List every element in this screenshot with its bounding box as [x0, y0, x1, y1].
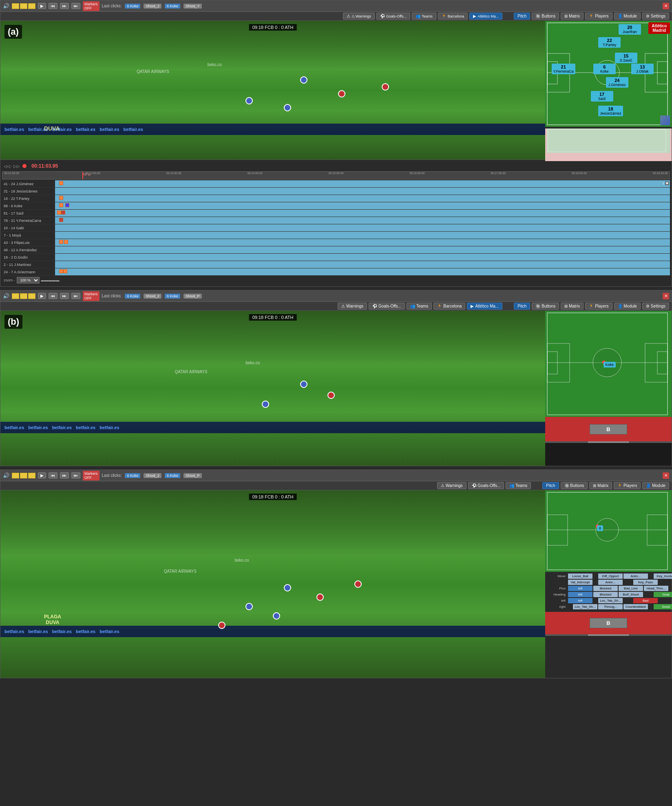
- marker-a3: [59, 196, 63, 200]
- tab-players-c[interactable]: 🏃 Players: [614, 482, 641, 489]
- tab-matrix-b[interactable]: ⊞ Matrix: [561, 303, 584, 310]
- goals-icon-a: ⚽: [380, 14, 385, 18]
- nav-goals-c[interactable]: ⚽ Goals-Offs...: [468, 482, 504, 489]
- zoom-select-a[interactable]: 100 %: [17, 277, 40, 283]
- nav-barcelona-b[interactable]: 🏃 Barcelona: [433, 303, 465, 310]
- svg-rect-7: [548, 129, 666, 152]
- nav-barcelona-a[interactable]: 🏃 Barcelona: [438, 13, 468, 20]
- player-card-oblak[interactable]: 13 J.Oblak: [631, 64, 654, 74]
- matrix-row-val: Val_Intercept Anim... Key_Pass: [547, 580, 670, 585]
- tab-settings-b[interactable]: ⚙ Settings: [642, 303, 669, 310]
- timeline-controls-a: ◁◁ · ▷▷ 00:11:03.95: [2, 162, 670, 170]
- player-card-koke[interactable]: 6 Koke: [593, 64, 616, 74]
- next-btn-b[interactable]: ⏭: [71, 293, 80, 299]
- close-btn-a[interactable]: ✕: [663, 3, 669, 9]
- prev-frame-c[interactable]: ⏭: [60, 472, 69, 478]
- close-btn-b[interactable]: ✕: [663, 293, 669, 299]
- nav-a: ⚠ ⚠ Warnings ⚽ Goals-Offs... 👥 Teams 🏃 B…: [0, 12, 672, 21]
- yellow-blocks-a: [12, 3, 35, 9]
- nav-goals-a[interactable]: ⚽ Goals-Offs...: [376, 13, 410, 20]
- b-button-c[interactable]: B: [590, 618, 627, 628]
- green-box-a: [547, 128, 670, 153]
- tab-buttons-b[interactable]: 🔘 Buttons: [532, 303, 559, 310]
- prev-btn-b[interactable]: ⏮: [49, 293, 57, 299]
- pitch-svg-c: [545, 490, 672, 572]
- prev-btn-a[interactable]: ⏮: [49, 3, 57, 9]
- click-tag-2c: Shoot_2: [144, 473, 161, 478]
- tab-pitch-c[interactable]: Pitch: [542, 482, 559, 489]
- nav-teams-a[interactable]: 👥 Teams: [412, 13, 436, 20]
- tab-module-c[interactable]: 👤 Module: [642, 482, 669, 489]
- timeline-ruler-a[interactable]: AD Ip 00:11:00.00 00:12:00.00 00:13:00.0…: [2, 171, 670, 179]
- player-dot-c3: [245, 603, 253, 610]
- next-btn-c[interactable]: ⏭: [71, 472, 80, 478]
- tab-matrix-c[interactable]: ⊞ Matrix: [589, 482, 612, 489]
- tab-pitch-b[interactable]: Pitch: [514, 303, 530, 310]
- marker-a4a: [59, 203, 63, 207]
- track-row-jesusgames: 31 - 18 JesúsGámes: [2, 188, 670, 195]
- player-card-ferreira[interactable]: 21 Y.FerreiraCa: [552, 64, 575, 74]
- red-area-b: B: [545, 417, 672, 441]
- close-btn-c[interactable]: ✕: [663, 472, 669, 479]
- matrix-row-plus: Plus left Blocked Bad_Line Head_Thro... …: [547, 586, 670, 591]
- yellow-block-b3: [28, 293, 35, 299]
- nav-warnings-a[interactable]: ⚠ ⚠ Warnings: [343, 13, 375, 20]
- player-card-saul[interactable]: 17 Saúl: [591, 91, 613, 102]
- track-row-griezmann: 24 - 7 A.Griezmann: [2, 268, 670, 276]
- yellow-block-c1: [12, 473, 19, 478]
- sponsor-beko-a: beko.co: [208, 62, 222, 67]
- ruler-times-a: 00:11:00.00 00:12:00.00 00:13:00.00 00:1…: [2, 172, 670, 175]
- yellow-block-c3: [28, 473, 35, 478]
- speaker-icon-b: 🔊: [3, 293, 9, 299]
- score-bar-b: 09:18 FCB 0 : 0 ATH: [249, 314, 297, 321]
- timeline-a: ◁◁ · ▷▷ 00:11:03.95 AD Ip 00:11:00.00 00…: [0, 159, 672, 286]
- yellow-block-c2: [20, 473, 27, 478]
- matrix-row-right: right Loc_Tab_Sh... Throug... Counteratt…: [547, 604, 670, 609]
- track-row-gimenez: 41 - 24 J.Giménez 1 🔲: [2, 180, 670, 188]
- play-btn-b[interactable]: ▶: [38, 293, 46, 299]
- tab-settings-a[interactable]: ⚙ Settings: [642, 13, 669, 20]
- player-card-gimenez[interactable]: 24 J.Giménez: [606, 77, 628, 88]
- player-dot-a1: [300, 76, 307, 84]
- player-card-jesusgamez[interactable]: 18 JesúsGámez: [598, 106, 623, 116]
- prev-btn-c[interactable]: ⏮: [49, 472, 57, 478]
- tab-module-b[interactable]: 👤 Module: [614, 303, 641, 310]
- b-button-b[interactable]: B: [590, 424, 627, 434]
- player-card-partey[interactable]: 22 T.Partey: [598, 37, 621, 48]
- player-card-savic[interactable]: 15 S.Savić: [615, 53, 637, 63]
- play-btn-a[interactable]: ▶: [38, 3, 46, 9]
- pitch-view-c: 6: [545, 490, 672, 572]
- prev-frame-b[interactable]: ⏭: [60, 293, 69, 299]
- tab-module-a[interactable]: 👤 Module: [614, 13, 641, 20]
- tab-buttons-c[interactable]: 🔘 Buttons: [561, 482, 588, 489]
- play-btn-c[interactable]: ▶: [38, 472, 46, 478]
- player-card-juanfran[interactable]: 20 Juanfran: [619, 24, 641, 35]
- tab-players-b[interactable]: 🏃 Players: [585, 303, 612, 310]
- tab-players-a[interactable]: 🏃 Players: [585, 13, 612, 20]
- matrix-row-heading: Heading left Blocked Buff_Shoot Goal: [547, 592, 670, 597]
- tab-matrix-a[interactable]: ⊞ Matrix: [561, 13, 584, 20]
- nav-warnings-b[interactable]: ⚠ Warnings: [338, 303, 367, 310]
- nav-atletico-a[interactable]: ▶ Atlético Ma...: [469, 13, 502, 20]
- prev-frame-a[interactable]: ⏭: [60, 3, 69, 9]
- click-tag-4c: Shoot_P: [183, 473, 202, 478]
- last-clicks-label-a: Last clicks:: [102, 4, 122, 8]
- matrix-row-move: Move Loose_Ball Diff_Opport Anim... Key_…: [547, 574, 670, 579]
- click-tag-3b: 6 Koke: [165, 294, 180, 299]
- yellow-block-3: [28, 3, 35, 9]
- nav-teams-b[interactable]: 👥 Teams: [407, 303, 432, 310]
- yellow-block-1: [12, 3, 19, 9]
- speaker-icon-c: 🔊: [3, 472, 9, 478]
- team-label-a: Atlético Madrid: [648, 22, 670, 34]
- nav-warnings-c[interactable]: ⚠ Warnings: [437, 482, 466, 489]
- nav-goals-b[interactable]: ⚽ Goals-Offs...: [369, 303, 405, 310]
- tab-buttons-a[interactable]: 🔘 Buttons: [532, 13, 559, 20]
- tab-pitch-a[interactable]: Pitch: [514, 13, 530, 20]
- next-btn-a[interactable]: ⏭: [71, 3, 80, 9]
- nav-atletico-b[interactable]: ▶ Atlético Ma...: [467, 303, 502, 310]
- yellow-blocks-c: [12, 473, 35, 478]
- bottom-lines-b: [545, 441, 672, 443]
- panel-c: 🔊 ▶ ⏮ ⏭ ⏭ Markers OFF Last clicks: 6 Kok…: [0, 469, 672, 678]
- click-tag-3c: 6 Koke: [165, 473, 180, 478]
- nav-teams-c[interactable]: 👥 Teams: [506, 482, 531, 489]
